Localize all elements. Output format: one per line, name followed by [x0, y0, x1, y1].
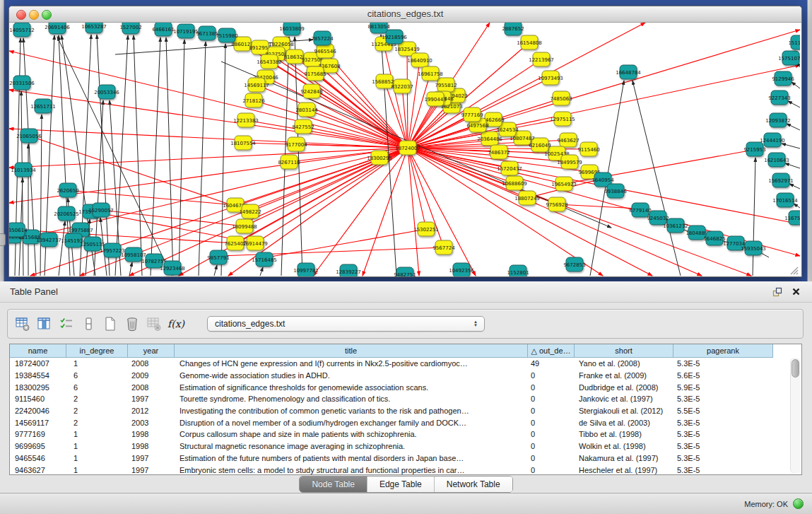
graph-node-label: 12505135 [80, 242, 105, 247]
delete-columns-icon[interactable] [123, 315, 141, 332]
graph-edge [785, 163, 800, 168]
graph-node-label: 1624534 [496, 127, 519, 133]
graph-edge [151, 37, 160, 276]
table-row[interactable]: 977716911998Corpus callosum shape and si… [10, 428, 801, 440]
table-cell: 5.3E-5 [673, 466, 773, 474]
graph-node-label: 12093872 [765, 118, 791, 124]
graph-edge [363, 148, 408, 276]
graph-node-label: 20206525 [54, 211, 79, 217]
graph-node-label: 15751074 [778, 56, 800, 62]
graph-node-label: 2803144 [295, 107, 318, 113]
table-row[interactable]: 1830029562008Estimation of significance … [10, 381, 801, 393]
window-resize-grip[interactable] [788, 264, 799, 275]
table-cell: Embryonic stem cells: a model to study s… [175, 466, 528, 474]
graph-edge [408, 148, 652, 276]
graph-edge [794, 204, 800, 208]
network-graph-svg[interactable]: 1872400718300295886012389129541822605881… [9, 23, 800, 276]
column-header-name[interactable]: name [10, 344, 66, 358]
graph-node-label: 9115460 [577, 147, 599, 153]
column-header-out_de[interactable]: △ out_de… [528, 344, 575, 358]
graph-node-label: 18325419 [394, 47, 420, 52]
graph-node-label: 9857791 [207, 255, 229, 261]
table-cell: 0 [528, 419, 575, 427]
table-cell: Tibbo et al. (1998) [575, 430, 673, 438]
close-panel-icon[interactable] [789, 286, 802, 298]
graph-edge [408, 65, 800, 148]
graph-node-label: 8350614 [9, 228, 28, 233]
table-cell: 1997 [128, 466, 175, 474]
table-cell: 2012 [128, 407, 175, 415]
select-all-columns-icon[interactable] [57, 315, 76, 332]
graph-node-label: 10653287 [81, 24, 107, 30]
graph-edge [408, 148, 751, 276]
graph-node-label: 2887652 [502, 26, 524, 32]
graph-node-label: 1527002 [119, 25, 141, 30]
graph-edge [787, 124, 800, 130]
table-row[interactable]: 1938455462009Genome-wide association stu… [10, 370, 801, 382]
graph-node-label: 18499579 [557, 160, 582, 165]
table-cell: Estimation of significance thresholds fo… [175, 383, 528, 392]
graph-node-label: 8267110 [278, 160, 300, 165]
graph-node-label: 15935043 [741, 246, 766, 252]
graph-node-label: 9938846 [604, 189, 627, 194]
graph-node-label: 16961758 [418, 71, 443, 77]
graph-node-label: 6466161 [152, 27, 174, 33]
table-cell: 22420046 [10, 407, 66, 415]
graph-node-label: 17016514 [772, 198, 798, 204]
column-header-short[interactable]: short [575, 344, 673, 358]
table-row[interactable]: 2242004622012Investigating the contribut… [10, 405, 801, 417]
network-window-title: citations_edges.txt [9, 8, 801, 19]
tab-node-table[interactable]: Node Table [300, 477, 367, 492]
graph-node-label: 1990443 [424, 97, 446, 103]
table-cell: Jankovic et al. (1997) [575, 395, 673, 403]
column-header-in_degree[interactable]: in_degree [66, 344, 128, 358]
unselect-all-columns-icon[interactable] [79, 315, 98, 332]
column-header-pagerank[interactable]: pagerank [673, 344, 773, 358]
table-row[interactable]: 969969511998Structural magnetic resonanc… [10, 440, 801, 452]
graph-node-label: 1804889 [686, 230, 707, 236]
graph-node-label: 1646825 [703, 236, 725, 242]
table-cell: 0 [528, 371, 575, 380]
delete-table-icon[interactable] [145, 315, 163, 332]
graph-node-label: 18807249 [514, 196, 540, 201]
network-window-titlebar[interactable]: citations_edges.txt [9, 6, 801, 23]
table-cell: 9115460 [10, 395, 66, 403]
table-row[interactable]: 911546021997Tourette syndrome. Phenomeno… [10, 393, 801, 405]
create-column-icon[interactable] [101, 315, 119, 332]
show-column-icon[interactable] [35, 315, 54, 332]
graph-node-label: 20691406 [45, 25, 70, 30]
graph-node-label: 1152801 [507, 270, 529, 276]
table-row[interactable]: 946554611997Estimation of the future num… [10, 452, 801, 465]
graph-node-label: 7857224 [311, 36, 334, 42]
table-scrollbar[interactable] [790, 358, 801, 474]
tab-edge-table[interactable]: Edge Table [367, 477, 434, 492]
panel-splitter-handle[interactable] [0, 233, 6, 246]
float-panel-icon[interactable] [771, 286, 784, 298]
table-body: 1872400712008Changes of HCN gene express… [10, 358, 801, 475]
column-header-year[interactable]: year [128, 344, 175, 358]
table-row[interactable]: 1456911722003Disruption of a novel membe… [10, 416, 801, 428]
graph-node-label: 10719195 [173, 29, 199, 35]
function-builder-icon[interactable]: f(x) [167, 315, 185, 332]
graph-node-label: 16154808 [517, 40, 542, 46]
column-header-title[interactable]: title [175, 344, 528, 358]
table-cell: Corpus callosum shape and size in male p… [175, 430, 528, 438]
table-cell: 2009 [128, 371, 175, 380]
graph-node-label: 9245032 [647, 216, 669, 221]
table-row[interactable]: 946362711997Embryonic stem cells: a mode… [10, 464, 801, 475]
table-selector-dropdown[interactable]: citations_edges.txt ▲▼ [207, 316, 485, 332]
network-canvas[interactable]: 1872400718300295886012389129541822605881… [9, 23, 800, 276]
table-row[interactable]: 1872400712008Changes of HCN gene express… [10, 358, 801, 370]
table-mode-icon[interactable] [13, 315, 32, 332]
table-scrollbar-thumb[interactable] [792, 359, 799, 378]
dropdown-arrows-icon: ▲▼ [470, 320, 484, 327]
memory-indicator[interactable] [793, 498, 804, 509]
table-cell: Estimation of the future numbers of pati… [175, 454, 528, 462]
graph-node-label: 9777169 [461, 112, 483, 118]
graph-node-label: 9463627 [557, 138, 579, 144]
tab-network-table[interactable]: Network Table [434, 477, 512, 492]
table-cell: 1 [66, 454, 128, 462]
memory-status-label: Memory: OK [744, 500, 788, 508]
graph-node-label: 12651711 [30, 104, 56, 110]
table-cell: Stergiakouli et al. (2012) [575, 407, 673, 415]
